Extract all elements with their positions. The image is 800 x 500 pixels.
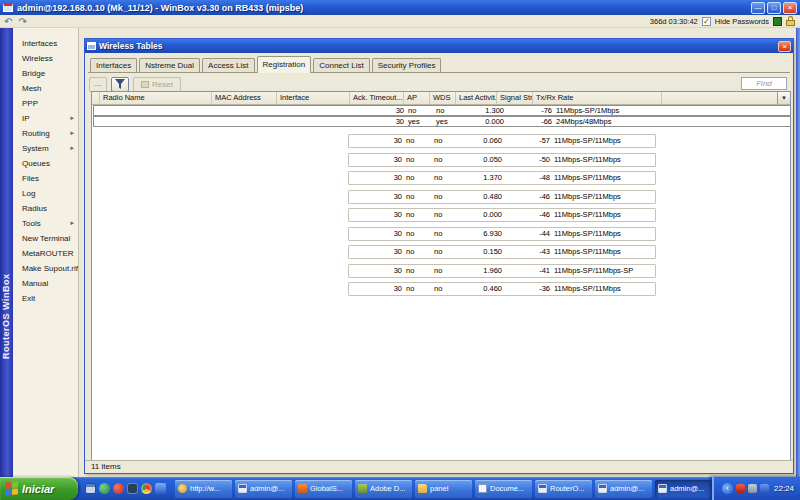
taskbar-button-admin[interactable]: admin@... (655, 480, 712, 498)
table-row[interactable]: 30nono0.050-5011Mbps-SP/11Mbps (92, 153, 790, 167)
taskbar-button-admin[interactable]: admin@... (235, 480, 292, 498)
column-header-tx-rx-rate[interactable]: Tx/Rx Rate (533, 92, 662, 104)
sidebar-item-manual[interactable]: Manual (13, 276, 78, 291)
taskbar-button-globals[interactable]: GlobalS... (295, 480, 352, 498)
tab-access-list[interactable]: Access List (202, 58, 254, 72)
tab-nstreme-dual[interactable]: Nstreme Dual (139, 58, 200, 72)
table-row[interactable]: 30nono0.000-4611Mbps-SP/11Mbps (92, 208, 790, 222)
column-header-mac-address[interactable]: MAC Address (212, 92, 277, 104)
table-row[interactable]: 30nono0.480-4611Mbps-SP/11Mbps (92, 190, 790, 204)
sidebar-item-label: Radius (22, 204, 47, 213)
undo-icon[interactable]: ↶ (4, 16, 12, 27)
sidebar-item-mesh[interactable]: Mesh (13, 81, 78, 96)
cell-last-activity: 0.060 (454, 134, 502, 148)
table-row[interactable]: 30yesyes0.000-6624Mbps/48Mbps (93, 116, 791, 127)
table-row[interactable]: 30nono1.370-4811Mbps-SP/11Mbps (92, 171, 790, 185)
security-icon[interactable] (736, 484, 745, 493)
column-header-ack-timeout[interactable]: Ack. Timeout... (350, 92, 404, 104)
sidebar-item-make-supout-rif[interactable]: Make Supout.rif (13, 261, 78, 276)
sidebar-item-new-terminal[interactable]: New Terminal (13, 231, 78, 246)
shield-icon[interactable] (99, 483, 110, 494)
taskbar-button-label: http://w... (190, 484, 220, 493)
sidebar-item-metarouter[interactable]: MetaROUTER (13, 246, 78, 261)
network-icon[interactable] (760, 484, 769, 493)
sidebar-item-system[interactable]: System▸ (13, 141, 78, 156)
taskbar-button-docume[interactable]: Docume... (475, 480, 532, 498)
wireless-close-button[interactable]: × (778, 41, 791, 52)
status-bar: 11 items (85, 460, 793, 473)
opera-icon[interactable] (113, 483, 124, 494)
column-select-button[interactable]: ▼ (777, 92, 790, 104)
taskbar-button-http-w[interactable]: http://w... (175, 480, 232, 498)
phone-icon[interactable] (127, 483, 138, 494)
table-row[interactable]: 30nono0.460-3611Mbps-SP/11Mbps (92, 282, 790, 296)
sidebar-item-exit[interactable]: Exit (13, 291, 78, 306)
sidebar-item-routing[interactable]: Routing▸ (13, 126, 78, 141)
cell-signal-strength: -48 (506, 171, 550, 185)
sidebar-item-bridge[interactable]: Bridge (13, 66, 78, 81)
close-button[interactable]: × (783, 2, 797, 14)
lock-icon (786, 16, 796, 26)
tab-security-profiles[interactable]: Security Profiles (372, 58, 442, 72)
column-header-last-activit[interactable]: Last Activit... (456, 92, 497, 104)
column-header-interface[interactable]: Interface (277, 92, 350, 104)
windows-logo-icon (5, 481, 18, 495)
cell-ap: no (406, 208, 414, 222)
tray-collapse-icon[interactable]: ‹ (722, 483, 733, 494)
sidebar-item-radius[interactable]: Radius (13, 201, 78, 216)
tab-interfaces[interactable]: Interfaces (90, 58, 137, 72)
table-row[interactable]: 30nono0.060-5711Mbps-SP/11Mbps (92, 134, 790, 148)
column-header-wds[interactable]: WDS (430, 92, 456, 104)
table-row[interactable]: 30nono6.930-4411Mbps-SP/11Mbps (92, 227, 790, 241)
system-tray: ‹ 22:24 (712, 477, 800, 500)
sidebar-item-queues[interactable]: Queues (13, 156, 78, 171)
remove-entry-button[interactable]: — (89, 77, 107, 92)
taskbar-button-routero[interactable]: RouterO... (535, 480, 592, 498)
desktop-icon[interactable] (85, 483, 96, 494)
chrome-icon[interactable] (141, 483, 152, 494)
globe-icon (178, 484, 187, 493)
tab-connect-list[interactable]: Connect List (313, 58, 369, 72)
sidebar-item-tools[interactable]: Tools▸ (13, 216, 78, 231)
sidebar-item-log[interactable]: Log (13, 186, 78, 201)
cell-ack-timeout: 30 (345, 153, 402, 167)
minimize-button[interactable]: — (751, 2, 765, 14)
messenger-icon[interactable] (155, 483, 166, 494)
sidebar-item-label: Mesh (22, 84, 42, 93)
sidebar-item-files[interactable]: Files (13, 171, 78, 186)
column-header-ap[interactable]: AP (404, 92, 430, 104)
reset-button[interactable]: Reset (133, 77, 181, 92)
display-icon[interactable] (748, 484, 757, 493)
table-row[interactable]: 30nono1.300-7611Mbps-SP/1Mbps (93, 105, 791, 116)
sidebar-item-ip[interactable]: IP▸ (13, 111, 78, 126)
wireless-tables-icon (87, 42, 96, 50)
find-button[interactable]: Find (741, 77, 787, 90)
winbox-icon (538, 484, 547, 493)
column-header-radio-name[interactable]: Radio Name (100, 92, 212, 104)
cell-wds: no (434, 264, 442, 278)
restore-button[interactable]: □ (767, 2, 781, 14)
start-label: Iniciar (22, 483, 54, 495)
hide-passwords-checkbox[interactable]: ✓ (702, 17, 711, 26)
sidebar-item-ppp[interactable]: PPP (13, 96, 78, 111)
header-gutter (92, 92, 100, 104)
sidebar-item-wireless[interactable]: Wireless (13, 51, 78, 66)
taskbar-button-admin[interactable]: admin@... (595, 480, 652, 498)
cell-signal-strength: -44 (506, 227, 550, 241)
taskbar-button-panel[interactable]: panel (415, 480, 472, 498)
table-row[interactable]: 30nono0.150-4311Mbps-SP/11Mbps (92, 245, 790, 259)
header-filler (662, 92, 790, 104)
sidebar-item-interfaces[interactable]: Interfaces (13, 36, 78, 51)
table-row[interactable]: 30nono1.960-4111Mbps-SP/11Mbps-SP (92, 264, 790, 278)
filter-button[interactable] (111, 77, 129, 92)
cell-tx-rx-rate: 11Mbps-SP/11Mbps (554, 171, 621, 185)
column-header-signal-stre[interactable]: Signal Stre... (497, 92, 533, 104)
cell-wds: no (434, 190, 442, 204)
redo-icon[interactable]: ↷ (18, 16, 26, 27)
taskbar-button-adobe-d[interactable]: Adobe D... (355, 480, 412, 498)
cell-last-activity: 1.370 (454, 171, 502, 185)
wireless-tables-titlebar[interactable]: Wireless Tables × (85, 39, 793, 53)
start-button[interactable]: Iniciar (0, 477, 78, 500)
winbox-icon (598, 484, 607, 493)
tab-registration[interactable]: Registration (257, 56, 312, 73)
